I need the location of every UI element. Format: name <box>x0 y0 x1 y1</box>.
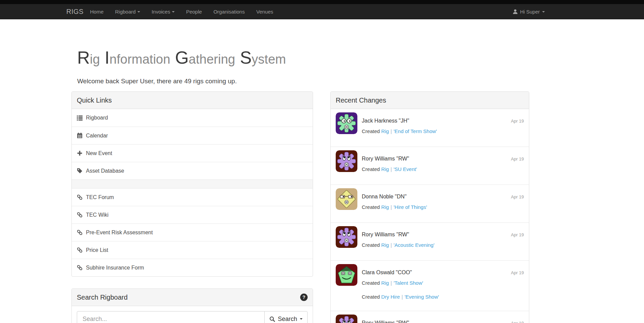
person-icon <box>513 9 518 14</box>
person-name-link[interactable]: Rory Williams "RW" <box>362 156 409 162</box>
recent-change-row: Rory Williams "RW" Apr 19 Created Rig|'A… <box>331 223 529 261</box>
rig-type-link[interactable]: Rig <box>381 242 389 248</box>
search-panel-title: Search Rigboard <box>77 294 128 301</box>
action-verb: Created <box>362 294 380 300</box>
rig-name-link[interactable]: 'Evening Show' <box>404 294 439 300</box>
title-rest: ig <box>90 52 100 66</box>
nav-item-rigboard[interactable]: Rigboard <box>109 4 146 19</box>
change-date: Apr 19 <box>511 194 524 199</box>
search-icon <box>269 316 275 322</box>
plus-icon <box>77 150 83 156</box>
quick-links-title: Quick Links <box>77 96 112 104</box>
change-action: Created Rig|'End of Term Show' <box>362 128 524 134</box>
nav-item-home[interactable]: Home <box>84 4 109 19</box>
recent-change-body: Rory Williams "RW" Apr 19 Created Rig|'A… <box>362 223 524 248</box>
avatar <box>336 150 357 172</box>
quick-link-asset-database[interactable]: Asset Database <box>72 162 313 179</box>
person-name-link[interactable]: Rory Williams "RW" <box>362 232 409 238</box>
brand-logo[interactable]: RIGS <box>66 4 84 19</box>
title-capital: G <box>175 48 188 67</box>
search-input-group: Search <box>77 311 308 323</box>
quick-links-list: Rigboard Calendar New Event Asset Databa… <box>72 109 313 276</box>
title-rest: ystem <box>252 52 286 66</box>
change-action: Created Rig|'Hire of Things' <box>362 204 524 210</box>
recent-change-row: Donna Noble "DN" Apr 19 Created Rig|'Hir… <box>331 185 529 223</box>
welcome-message: Welcome back Super User, there are 49 ri… <box>77 78 237 85</box>
caret-down-icon <box>542 11 545 13</box>
nav-menu: Home Rigboard Invoices People Organisati… <box>84 4 279 19</box>
rig-name-link[interactable]: 'End of Term Show' <box>394 128 437 134</box>
caret-down-icon <box>172 11 175 13</box>
recent-change-body: Rory Williams "RW" Apr 19 Created Rig|'S… <box>362 147 524 172</box>
recent-change-body: Jack Harkness "JH" Apr 19 Created Rig|'E… <box>362 109 524 134</box>
recent-change-body: Clara Oswald "COO" Apr 19 Created Rig|'T… <box>362 261 524 300</box>
quick-link-label: Price List <box>86 247 108 253</box>
list-divider <box>72 179 313 188</box>
tag-icon <box>77 168 83 174</box>
quick-link-label: Subhire Insurance Form <box>86 265 144 271</box>
change-date: Apr 19 <box>511 270 524 275</box>
nav-item-organisations[interactable]: Organisations <box>208 4 251 19</box>
rig-name-link[interactable]: 'Hire of Things' <box>394 204 427 210</box>
quick-link-rigboard[interactable]: Rigboard <box>72 109 313 127</box>
person-name-link[interactable]: Jack Harkness "JH" <box>362 118 409 124</box>
search-button[interactable]: Search <box>264 311 308 323</box>
search-input[interactable] <box>77 311 265 323</box>
change-date: Apr 19 <box>511 321 524 323</box>
quick-link-label: TEC Forum <box>86 194 114 200</box>
quick-link-pre-event-risk-assessment[interactable]: Pre-Event Risk Assessment <box>72 223 313 241</box>
quick-link-calendar[interactable]: Calendar <box>72 127 313 144</box>
nav-item-label: Rigboard <box>115 9 136 15</box>
link-icon <box>77 247 83 253</box>
rig-type-link[interactable]: Rig <box>381 280 389 286</box>
person-name-link[interactable]: Donna Noble "DN" <box>362 194 406 200</box>
recent-change-body: Donna Noble "DN" Apr 19 Created Rig|'Hir… <box>362 185 524 210</box>
change-action: Created Dry Hire|'Evening Show' <box>362 294 524 300</box>
user-menu[interactable]: Hi Super <box>513 4 545 19</box>
search-panel-header: Search Rigboard ? <box>72 289 313 306</box>
rig-type-link[interactable]: Rig <box>381 204 389 210</box>
change-date: Apr 19 <box>511 232 524 237</box>
quick-link-label: Asset Database <box>86 168 124 174</box>
person-name-link[interactable]: Clara Oswald "COO" <box>362 270 412 276</box>
quick-link-subhire-insurance-form[interactable]: Subhire Insurance Form <box>72 259 313 276</box>
quick-link-tec-wiki[interactable]: TEC Wiki <box>72 206 313 223</box>
rig-type-link[interactable]: Rig <box>381 128 389 134</box>
recent-change-row: Jack Harkness "JH" Apr 19 Created Rig|'E… <box>331 109 529 147</box>
nav-item-invoices[interactable]: Invoices <box>146 4 180 19</box>
person-name-link[interactable]: Rory Williams "RW" <box>362 320 409 323</box>
avatar <box>336 112 357 134</box>
title-rest: athering <box>189 52 235 66</box>
quick-link-label: TEC Wiki <box>86 212 109 218</box>
nav-item-people[interactable]: People <box>180 4 208 19</box>
quick-link-new-event[interactable]: New Event <box>72 144 313 162</box>
link-icon <box>77 265 83 271</box>
help-icon[interactable]: ? <box>300 294 308 301</box>
rig-type-link[interactable]: Dry Hire <box>381 294 400 300</box>
separator: | <box>400 294 405 300</box>
quick-link-label: New Event <box>86 150 112 156</box>
avatar <box>336 188 357 210</box>
quick-link-price-list[interactable]: Price List <box>72 241 313 259</box>
separator: | <box>389 166 394 172</box>
recent-change-row: Rory Williams "RW" Apr 19 <box>331 311 529 323</box>
rig-type-link[interactable]: Rig <box>381 166 389 172</box>
rig-name-link[interactable]: 'Acoustic Evening' <box>394 242 435 248</box>
rig-name-link[interactable]: 'Talent Show' <box>394 280 423 286</box>
recent-change-row: Clara Oswald "COO" Apr 19 Created Rig|'T… <box>331 261 529 311</box>
quick-link-label: Rigboard <box>86 115 108 121</box>
nav-item-venues[interactable]: Venues <box>250 4 279 19</box>
separator: | <box>389 204 394 210</box>
recent-change-body: Rory Williams "RW" Apr 19 <box>362 311 524 323</box>
link-icon <box>77 230 83 235</box>
user-menu-label: Hi Super <box>520 9 540 15</box>
action-verb: Created <box>362 128 380 134</box>
link-icon <box>77 212 83 218</box>
title-capital: I <box>105 48 109 67</box>
rig-name-link[interactable]: 'SU Event' <box>394 166 417 172</box>
recent-change-row: Rory Williams "RW" Apr 19 Created Rig|'S… <box>331 147 529 185</box>
nav-item-label: Invoices <box>152 9 170 15</box>
avatar <box>336 315 357 323</box>
quick-link-tec-forum[interactable]: TEC Forum <box>72 188 313 206</box>
search-rigboard-panel: Search Rigboard ? Search <box>71 288 313 323</box>
